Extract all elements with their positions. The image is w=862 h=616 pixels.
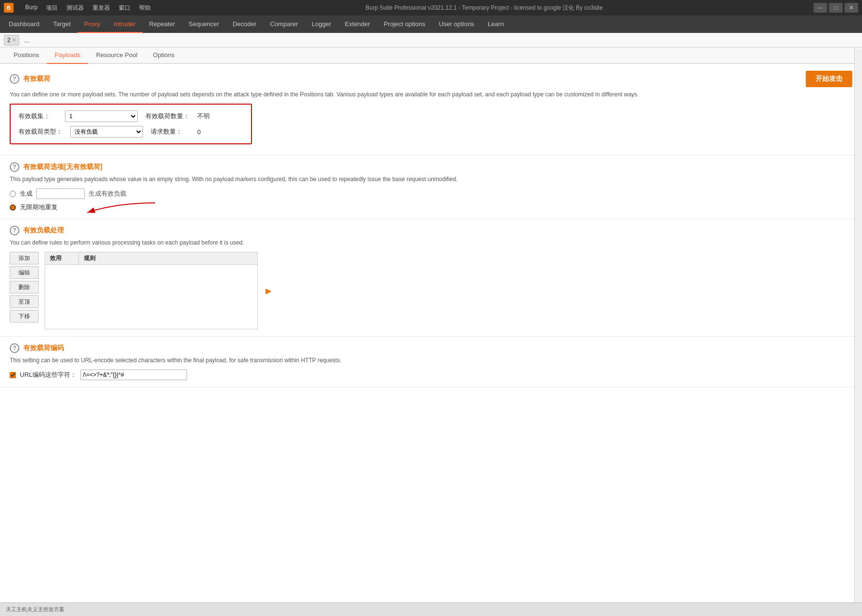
payload-section-header: ? 有效载荷 开始攻击 xyxy=(10,71,852,87)
nav-tab-target[interactable]: Target xyxy=(47,15,78,33)
payload-encoding-section: ? 有效载荷编码 This setting can be used to URL… xyxy=(0,337,862,387)
window-controls: ─ □ ✕ xyxy=(814,3,858,13)
payload-set-select[interactable]: 1 2 xyxy=(65,110,138,122)
nav-tab-logger[interactable]: Logger xyxy=(305,15,338,33)
red-arrow-icon xyxy=(78,199,165,218)
status-text: 天工主机夫义主控攻方案 xyxy=(6,606,64,613)
titlebar: B Burp 项目 测试器 重发器 窗口 帮助 Burp Suite Profe… xyxy=(0,0,862,15)
menu-burp[interactable]: Burp xyxy=(21,3,41,13)
payload-section: ? 有效载荷 开始攻击 You can define one or more p… xyxy=(0,64,862,155)
menu-resender[interactable]: 重发器 xyxy=(89,3,114,13)
payload-options-title-row: ? 有效载荷选项[无有效载荷] xyxy=(10,162,852,172)
processing-title-row: ? 有效负载处理 xyxy=(10,226,852,235)
app-logo: B xyxy=(4,3,14,13)
nav-tab-learn[interactable]: Learn xyxy=(481,15,511,33)
close-button[interactable]: ✕ xyxy=(845,3,858,13)
intruder-tabs: Positions Payloads Resource Pool Options xyxy=(0,47,862,64)
table-body xyxy=(45,265,257,328)
payload-count-value: 不明 xyxy=(197,112,210,121)
menu-project[interactable]: 项目 xyxy=(42,3,62,13)
url-encode-checkbox[interactable] xyxy=(10,372,16,378)
main-content: ? 有效载荷 开始攻击 You can define one or more p… xyxy=(0,64,862,616)
intruder-tab-resource-pool[interactable]: Resource Pool xyxy=(88,47,145,64)
payload-title-row: ? 有效载荷 xyxy=(10,74,50,84)
radio-group: 生成 生成有效负载 无限期地重复 xyxy=(10,188,852,212)
radio-generate-suffix: 生成有效负载 xyxy=(89,189,126,198)
payload-count-label: 有效载荷数量： xyxy=(145,112,189,121)
radio-row-2: 无限期地重复 xyxy=(10,203,852,212)
processing-desc: You can define rules to perform various … xyxy=(10,238,852,247)
bottom-spacer xyxy=(0,387,862,407)
payload-options-title: 有效载荷选项[无有效载荷] xyxy=(23,163,102,171)
nav-tab-project-options[interactable]: Project options xyxy=(377,15,432,33)
payload-options-help-icon[interactable]: ? xyxy=(10,162,19,172)
nav-tab-user-options[interactable]: User options xyxy=(432,15,481,33)
main-nav: Dashboard Target Proxy Intruder Repeater… xyxy=(0,15,862,33)
menu-tester[interactable]: 测试器 xyxy=(63,3,88,13)
processing-help-icon[interactable]: ? xyxy=(10,226,19,235)
add-rule-button[interactable]: 添加 xyxy=(10,252,39,264)
request-count-label: 请求数量： xyxy=(151,127,189,136)
start-attack-button[interactable]: 开始攻击 xyxy=(806,71,852,87)
radio-infinite-repeat[interactable] xyxy=(10,204,16,211)
payload-section-title: 有效载荷 xyxy=(23,75,50,83)
radio-generate[interactable] xyxy=(10,191,16,197)
nav-tab-decoder[interactable]: Decoder xyxy=(226,15,263,33)
edit-rule-button[interactable]: 编辑 xyxy=(10,266,39,279)
subtab-close-icon[interactable]: × xyxy=(13,37,16,44)
payload-options-desc: This payload type generates payloads who… xyxy=(10,175,852,184)
payload-options-section: ? 有效载荷选项[无有效载荷] This payload type genera… xyxy=(0,155,862,219)
encoding-chars-input[interactable] xyxy=(80,370,187,380)
menu-help[interactable]: 帮助 xyxy=(135,3,155,13)
scrollbar[interactable] xyxy=(854,48,862,616)
nav-tab-intruder[interactable]: Intruder xyxy=(107,15,142,33)
payload-set-label: 有效载集： xyxy=(18,112,57,121)
encoding-help-icon[interactable]: ? xyxy=(10,343,19,353)
intruder-tab-options[interactable]: Options xyxy=(145,47,183,64)
table-header: 效用 规则 xyxy=(45,252,257,265)
col-enabled: 效用 xyxy=(45,252,79,264)
intruder-tab-positions[interactable]: Positions xyxy=(6,47,47,64)
top-rule-button[interactable]: 至顶 xyxy=(10,295,39,308)
app-title: Burp Suite Professional v2021.12.1 - Tem… xyxy=(162,4,806,12)
table-right-arrow-icon: ▶ xyxy=(266,286,271,295)
nav-tab-comparer[interactable]: Comparer xyxy=(263,15,305,33)
payload-config-box: 有效载集： 1 2 有效载荷数量： 不明 有效载荷类型： 没有负载 Simple… xyxy=(10,104,252,144)
col-rule: 规则 xyxy=(79,252,257,264)
menu-window[interactable]: 窗口 xyxy=(115,3,134,13)
subtab-bar: 2 × ... xyxy=(0,33,862,47)
processing-table: 效用 规则 xyxy=(45,252,258,329)
payload-set-row: 有效载集： 1 2 有效载荷数量： 不明 xyxy=(18,110,243,122)
nav-tab-extender[interactable]: Extender xyxy=(338,15,377,33)
payload-type-row: 有效载荷类型： 没有负载 Simple list Runtime file 请求… xyxy=(18,126,243,138)
nav-tab-dashboard[interactable]: Dashboard xyxy=(2,15,47,33)
payload-processing-section: ? 有效负载处理 You can define rules to perform… xyxy=(0,219,862,337)
statusbar: 天工主机夫义主控攻方案 xyxy=(0,602,862,616)
subtab-2[interactable]: 2 × xyxy=(4,35,19,46)
nav-tab-repeater[interactable]: Repeater xyxy=(142,15,182,33)
encoding-title: 有效载荷编码 xyxy=(23,344,64,353)
processing-title: 有效负载处理 xyxy=(23,226,64,235)
minimize-button[interactable]: ─ xyxy=(814,3,827,13)
radio-generate-label: 生成 xyxy=(20,189,32,198)
nav-tab-proxy[interactable]: Proxy xyxy=(78,15,107,33)
payload-type-select[interactable]: 没有负载 Simple list Runtime file xyxy=(70,126,143,138)
processing-btn-column: 添加 编辑 删除 至顶 下移 xyxy=(10,252,39,329)
encoding-title-row: ? 有效载荷编码 xyxy=(10,343,852,353)
intruder-tab-payloads[interactable]: Payloads xyxy=(47,47,88,64)
payload-description: You can define one or more payload sets.… xyxy=(10,90,852,99)
radio-infinite-label: 无限期地重复 xyxy=(20,203,58,212)
delete-rule-button[interactable]: 删除 xyxy=(10,281,39,293)
down-rule-button[interactable]: 下移 xyxy=(10,310,39,323)
processing-table-wrapper: 添加 编辑 删除 至顶 下移 效用 规则 ▶ xyxy=(10,252,852,329)
payload-type-label: 有效载荷类型： xyxy=(18,127,63,136)
encoding-checkbox-row: URL编码这些字符： xyxy=(10,370,852,380)
radio-row-1: 生成 生成有效负载 xyxy=(10,188,852,199)
payload-help-icon[interactable]: ? xyxy=(10,74,19,84)
maximize-button[interactable]: □ xyxy=(829,3,843,13)
subtab-more-btn[interactable]: ... xyxy=(22,36,32,44)
encoding-desc: This setting can be used to URL-encode s… xyxy=(10,356,852,365)
nav-tab-sequencer[interactable]: Sequencer xyxy=(182,15,226,33)
request-count-value: 0 xyxy=(197,128,201,136)
generate-count-input[interactable] xyxy=(36,188,85,199)
